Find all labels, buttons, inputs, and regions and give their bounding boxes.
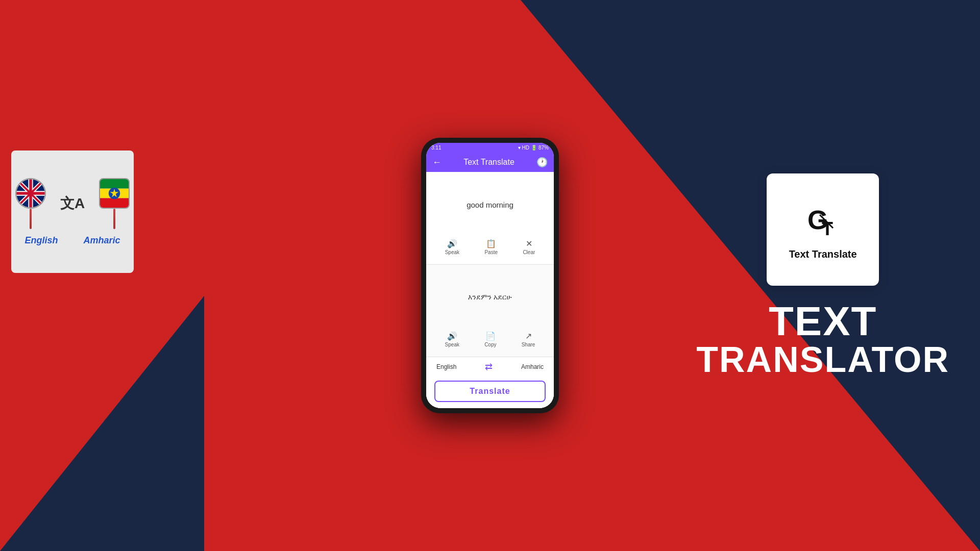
uk-flag-pole bbox=[15, 178, 46, 229]
ethiopia-flag-pole bbox=[99, 178, 130, 229]
battery-level: 87% bbox=[538, 145, 549, 151]
google-translate-logo: G T bbox=[802, 199, 843, 240]
left-language-card: 文A English Amharic bbox=[11, 151, 134, 273]
svg-rect-11 bbox=[100, 179, 129, 189]
share-icon: ↗ bbox=[525, 331, 532, 341]
translate-button[interactable]: Translate bbox=[434, 381, 546, 402]
input-section: good morning 🔊 Speak 📋 Paste ✕ Clear bbox=[426, 172, 554, 265]
history-button[interactable]: 🕐 bbox=[536, 157, 548, 168]
status-icons: ▾ HD 🔋 87% bbox=[518, 145, 549, 151]
big-text-container: TEXT TRANSLATOR bbox=[696, 301, 949, 378]
bg-dark-triangle bbox=[0, 296, 204, 551]
signal-icon: ▾ bbox=[518, 145, 521, 151]
logo-card: G T Text Translate bbox=[767, 173, 879, 286]
flags-container: 文A bbox=[15, 178, 130, 229]
uk-pole-stick bbox=[30, 209, 32, 229]
input-text[interactable]: good morning bbox=[432, 178, 548, 232]
copy-label: Copy bbox=[484, 342, 496, 347]
clear-icon: ✕ bbox=[526, 239, 532, 248]
speak-input-button[interactable]: 🔊 Speak bbox=[440, 236, 464, 258]
share-label: Share bbox=[522, 342, 535, 347]
output-section: እንደምን አደርሁ 🔊 Speak 📄 Copy ↗ Share bbox=[426, 265, 554, 357]
copy-icon: 📄 bbox=[485, 331, 496, 341]
target-language-button[interactable]: Amharic bbox=[517, 361, 548, 372]
share-button[interactable]: ↗ Share bbox=[517, 328, 541, 350]
clear-label: Clear bbox=[523, 249, 535, 255]
big-text-line1: TEXT bbox=[696, 301, 949, 342]
status-bar: 3:11 ▾ HD 🔋 87% bbox=[426, 143, 554, 153]
amharic-label: Amharic bbox=[83, 235, 120, 246]
phone-mockup: 3:11 ▾ HD 🔋 87% ← Text Translate 🕐 good … bbox=[421, 138, 559, 413]
source-language-button[interactable]: English bbox=[432, 361, 460, 372]
right-content: G T Text Translate TEXT TRANSLATOR bbox=[696, 173, 949, 378]
clear-button[interactable]: ✕ Clear bbox=[518, 236, 540, 258]
phone-screen: 3:11 ▾ HD 🔋 87% ← Text Translate 🕐 good … bbox=[426, 143, 554, 408]
speak-output-icon: 🔊 bbox=[447, 331, 457, 341]
logo-card-title: Text Translate bbox=[789, 248, 857, 260]
speak-input-label: Speak bbox=[445, 249, 459, 255]
speak-output-button[interactable]: 🔊 Speak bbox=[440, 328, 464, 350]
output-actions: 🔊 Speak 📄 Copy ↗ Share bbox=[432, 328, 548, 350]
translate-icon: 文A bbox=[60, 194, 85, 213]
status-time: 3:11 bbox=[431, 145, 441, 151]
paste-label: Paste bbox=[484, 249, 498, 255]
ethiopia-flag-icon bbox=[99, 178, 130, 209]
battery-icon: 🔋 bbox=[531, 145, 537, 151]
uk-flag-icon bbox=[15, 178, 46, 209]
input-actions: 🔊 Speak 📋 Paste ✕ Clear bbox=[432, 236, 548, 258]
english-label: English bbox=[24, 235, 58, 246]
back-button[interactable]: ← bbox=[432, 157, 442, 168]
language-bar: English ⇄ Amharic bbox=[426, 357, 554, 377]
app-title: Text Translate bbox=[442, 158, 536, 167]
output-text: እንደምን አደርሁ bbox=[432, 271, 548, 324]
speak-output-label: Speak bbox=[445, 342, 459, 347]
speak-input-icon: 🔊 bbox=[447, 239, 457, 248]
big-text-line2: TRANSLATOR bbox=[696, 342, 949, 378]
translate-btn-container: Translate bbox=[426, 377, 554, 408]
copy-button[interactable]: 📄 Copy bbox=[479, 328, 501, 350]
swap-languages-button[interactable]: ⇄ bbox=[485, 361, 493, 372]
app-bar: ← Text Translate 🕐 bbox=[426, 153, 554, 172]
hd-indicator: HD bbox=[522, 145, 529, 151]
paste-icon: 📋 bbox=[486, 239, 496, 248]
paste-button[interactable]: 📋 Paste bbox=[479, 236, 503, 258]
svg-rect-13 bbox=[100, 198, 129, 208]
ethiopia-pole-stick bbox=[113, 209, 115, 229]
phone-content: good morning 🔊 Speak 📋 Paste ✕ Clear bbox=[426, 172, 554, 408]
phone-outer: 3:11 ▾ HD 🔋 87% ← Text Translate 🕐 good … bbox=[421, 138, 559, 413]
language-labels: English Amharic bbox=[24, 235, 120, 246]
